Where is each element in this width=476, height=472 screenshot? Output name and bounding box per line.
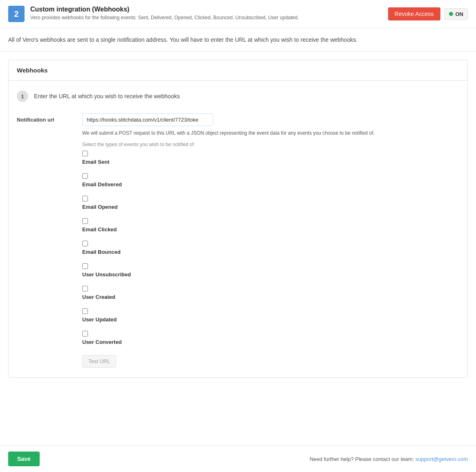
page-subtitle: Vero provides webhooks for the following… (30, 15, 299, 20)
checkbox-user-updated-input[interactable] (82, 308, 88, 314)
checkbox-user-converted: User Converted (82, 331, 459, 345)
checkbox-user-unsubscribed: User Unsubscribed (82, 263, 459, 278)
form-content: We will submit a POST request to this UR… (82, 113, 459, 368)
checkbox-email-bounced: Email Bounced (82, 241, 459, 255)
toggle-label: ON (456, 11, 464, 17)
header-right: Revoke Access ON (388, 6, 468, 20)
checkbox-email-delivered-input[interactable] (82, 173, 88, 179)
hint-text: We will submit a POST request to this UR… (82, 130, 459, 136)
step-number: 1 (17, 90, 28, 102)
notification-url-input[interactable] (82, 113, 213, 126)
card-body: 1 Enter the URL at which you wish to rec… (9, 81, 467, 377)
checkbox-user-converted-input[interactable] (82, 331, 88, 336)
checkbox-email-opened-input[interactable] (82, 196, 88, 201)
step-label: Enter the URL at which you wish to recei… (34, 93, 180, 99)
toggle-dot-icon (449, 12, 453, 16)
checkbox-email-delivered: Email Delivered (82, 173, 459, 187)
select-types-label: Select the types of events you wish to b… (82, 142, 459, 147)
card-title: Webhooks (9, 60, 467, 81)
toggle-status: ON (445, 8, 468, 20)
page-header: 2 Custom integration (Webhooks) Vero pro… (0, 0, 476, 28)
checkbox-user-unsubscribed-input[interactable] (82, 263, 88, 269)
checkbox-email-sent-input[interactable] (82, 151, 88, 156)
header-left: 2 Custom integration (Webhooks) Vero pro… (8, 6, 299, 22)
checkbox-email-delivered-label[interactable]: Email Delivered (82, 181, 459, 187)
main-content: Webhooks 1 Enter the URL at which you wi… (0, 52, 476, 386)
checkbox-email-opened: Email Opened (82, 196, 459, 210)
checkbox-user-converted-label[interactable]: User Converted (82, 339, 459, 345)
page-description: All of Vero's webhooks are sent to a sin… (0, 28, 476, 52)
checkbox-user-updated-label[interactable]: User Updated (82, 316, 459, 323)
checkbox-user-created: User Created (82, 286, 459, 300)
checkbox-email-sent: Email Sent (82, 151, 459, 165)
webhooks-card: Webhooks 1 Enter the URL at which you wi… (8, 60, 468, 378)
logo: 2 (8, 6, 25, 22)
step-row: 1 Enter the URL at which you wish to rec… (17, 90, 459, 102)
checkbox-user-updated: User Updated (82, 308, 459, 323)
checkbox-user-unsubscribed-label[interactable]: User Unsubscribed (82, 271, 459, 278)
header-text: Custom integration (Webhooks) Vero provi… (30, 6, 299, 20)
description-text: All of Vero's webhooks are sent to a sin… (8, 36, 468, 43)
checkbox-user-created-input[interactable] (82, 286, 88, 291)
checkbox-email-clicked-input[interactable] (82, 218, 88, 224)
test-url-button[interactable]: Test URL (82, 355, 116, 368)
checkbox-email-bounced-input[interactable] (82, 241, 88, 246)
checkbox-user-created-label[interactable]: User Created (82, 294, 459, 300)
form-section: Notification url We will submit a POST r… (17, 113, 459, 368)
page-title: Custom integration (Webhooks) (30, 6, 299, 13)
checkbox-email-sent-label[interactable]: Email Sent (82, 159, 459, 165)
checkbox-email-opened-label[interactable]: Email Opened (82, 204, 459, 210)
checkbox-email-bounced-label[interactable]: Email Bounced (82, 249, 459, 255)
checkbox-email-clicked-label[interactable]: Email Clicked (82, 226, 459, 233)
notification-url-label: Notification url (17, 113, 82, 123)
checkbox-email-clicked: Email Clicked (82, 218, 459, 233)
revoke-access-button[interactable]: Revoke Access (388, 7, 440, 20)
